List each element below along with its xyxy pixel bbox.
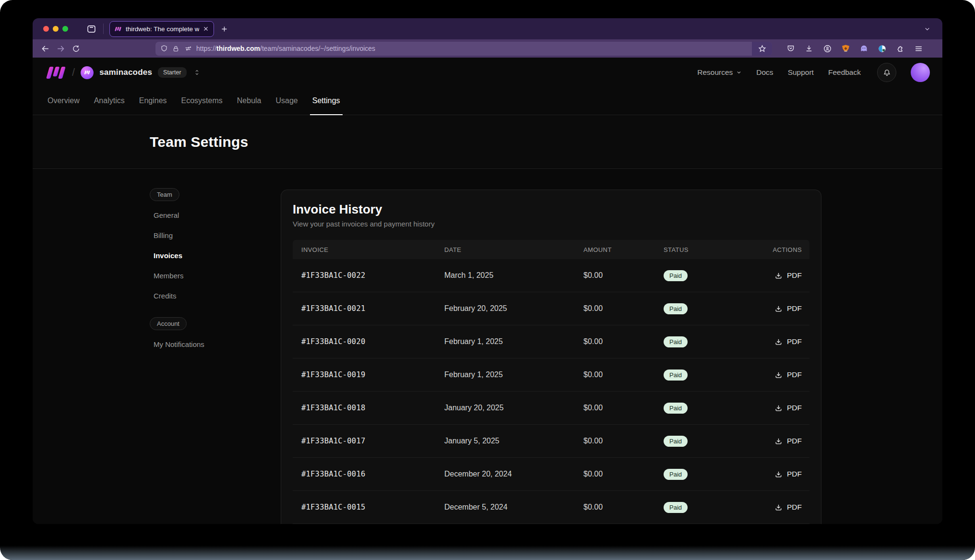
- download-pdf-button[interactable]: PDF: [774, 437, 802, 445]
- download-pdf-button[interactable]: PDF: [774, 470, 802, 478]
- invoice-number: #1F33BA1C-0017: [293, 437, 436, 445]
- dashboard-tab[interactable]: Nebula: [230, 96, 269, 115]
- tab-favicon-thirdweb: [115, 26, 122, 32]
- status-badge: Paid: [664, 369, 688, 381]
- sidebar-item[interactable]: Billing: [150, 225, 281, 245]
- status-badge: Paid: [664, 436, 688, 447]
- invoice-amount: $0.00: [575, 370, 655, 379]
- bell-icon: [883, 69, 891, 77]
- url-bar[interactable]: https://thirdweb.com/team/saminacodes/~/…: [155, 42, 772, 56]
- sidebar-item[interactable]: General: [150, 205, 281, 225]
- screenshot-root: thirdweb: The complete web3 d: [0, 0, 975, 560]
- sidebar-item[interactable]: Members: [150, 265, 281, 286]
- table-row: #1F33BA1C-0016 December 20, 2024 $0.00 P…: [293, 458, 809, 491]
- new-tab-button[interactable]: [221, 25, 228, 33]
- list-all-tabs-icon[interactable]: [924, 25, 931, 33]
- col-amount: AMOUNT: [575, 246, 655, 253]
- permissions-icon[interactable]: [184, 45, 192, 52]
- dashboard-tab[interactable]: Engines: [132, 96, 174, 115]
- reload-icon[interactable]: [68, 41, 83, 56]
- wallet-extension-icon[interactable]: [876, 42, 888, 55]
- firefox-view-icon[interactable]: [86, 24, 96, 34]
- invoice-status-cell: Paid: [655, 502, 740, 513]
- dashboard-tab[interactable]: Settings: [305, 96, 347, 115]
- status-badge: Paid: [664, 336, 688, 347]
- invoice-amount: $0.00: [575, 404, 655, 412]
- invoice-number: #1F33BA1C-0022: [293, 271, 436, 280]
- downloads-icon[interactable]: [803, 42, 815, 55]
- extensions-puzzle-icon[interactable]: [894, 42, 906, 55]
- phantom-icon[interactable]: [857, 42, 870, 55]
- invoice-date: January 5, 2025: [436, 437, 575, 445]
- invoice-status-cell: Paid: [655, 303, 740, 314]
- download-pdf-button[interactable]: PDF: [774, 503, 802, 512]
- thirdweb-dashboard: / saminacodes Starter Resources Do: [33, 58, 942, 524]
- pdf-label: PDF: [787, 503, 802, 512]
- dashboard-tab[interactable]: Ecosystems: [174, 96, 230, 115]
- invoice-amount: $0.00: [575, 337, 655, 346]
- menu-hamburger-icon[interactable]: [912, 42, 925, 55]
- invoice-status-cell: Paid: [655, 436, 740, 447]
- invoice-history-card: Invoice History View your past invoices …: [281, 190, 821, 524]
- sidebar-team-items: General Billing Invoices Members Credits: [150, 205, 281, 306]
- download-pdf-button[interactable]: PDF: [774, 370, 802, 379]
- shield-icon[interactable]: [160, 45, 168, 52]
- metamask-icon[interactable]: [839, 42, 852, 55]
- browser-tab-active[interactable]: thirdweb: The complete web3 d: [109, 21, 214, 37]
- close-window-button[interactable]: [43, 26, 49, 32]
- thirdweb-logo[interactable]: [45, 66, 66, 79]
- team-switcher-icon[interactable]: [193, 69, 201, 76]
- team-avatar[interactable]: [81, 66, 94, 79]
- invoice-amount: $0.00: [575, 304, 655, 313]
- col-invoice: INVOICE: [293, 246, 436, 253]
- tab-close-icon[interactable]: [203, 26, 209, 32]
- invoice-status-cell: Paid: [655, 336, 740, 347]
- status-badge: Paid: [664, 403, 688, 414]
- resources-menu[interactable]: Resources: [697, 68, 742, 77]
- invoice-date: February 20, 2025: [436, 304, 575, 313]
- pocket-icon[interactable]: [785, 42, 797, 55]
- invoice-amount: $0.00: [575, 503, 655, 512]
- download-pdf-button[interactable]: PDF: [774, 337, 802, 346]
- dashboard-tab[interactable]: Analytics: [87, 96, 132, 115]
- forward-icon[interactable]: [53, 41, 68, 56]
- invoice-actions-cell: PDF: [740, 470, 809, 478]
- invoice-actions-cell: PDF: [740, 503, 809, 512]
- user-avatar[interactable]: [911, 63, 930, 82]
- lock-icon[interactable]: [172, 45, 179, 52]
- download-pdf-button[interactable]: PDF: [774, 271, 802, 280]
- sidebar-item[interactable]: Invoices: [150, 245, 281, 265]
- download-icon: [774, 437, 783, 445]
- dashboard-tab[interactable]: Overview: [40, 96, 87, 115]
- status-badge: Paid: [664, 469, 688, 480]
- invoice-number: #1F33BA1C-0015: [293, 503, 436, 512]
- chevron-down-icon: [736, 70, 742, 75]
- notifications-button[interactable]: [877, 63, 896, 82]
- download-icon: [774, 338, 783, 346]
- feedback-link[interactable]: Feedback: [828, 68, 861, 77]
- bookmark-star-icon[interactable]: [752, 42, 772, 56]
- sidebar-item[interactable]: My Notifications: [150, 334, 281, 354]
- download-pdf-button[interactable]: PDF: [774, 404, 802, 412]
- desktop-edge: [0, 546, 975, 560]
- download-pdf-button[interactable]: PDF: [774, 304, 802, 313]
- window-controls: [43, 26, 68, 32]
- settings-sidebar: Team General Billing Invoices Members Cr…: [150, 187, 281, 524]
- docs-link[interactable]: Docs: [756, 68, 773, 77]
- sidebar-item[interactable]: Credits: [150, 286, 281, 306]
- card-title: Invoice History: [293, 202, 809, 217]
- pdf-label: PDF: [787, 404, 802, 412]
- invoice-table-header: INVOICE DATE AMOUNT STATUS ACTIONS: [293, 240, 809, 259]
- zoom-window-button[interactable]: [62, 26, 68, 32]
- invoice-actions-cell: PDF: [740, 437, 809, 445]
- pdf-label: PDF: [787, 437, 802, 445]
- account-icon[interactable]: [821, 42, 833, 55]
- table-row: #1F33BA1C-0015 December 5, 2024 $0.00 Pa…: [293, 491, 809, 524]
- minimize-window-button[interactable]: [53, 26, 59, 32]
- download-icon: [774, 470, 783, 478]
- team-name[interactable]: saminacodes: [99, 68, 152, 77]
- support-link[interactable]: Support: [788, 68, 814, 77]
- toolbar-extensions: [785, 42, 925, 55]
- dashboard-tab[interactable]: Usage: [269, 96, 305, 115]
- back-icon[interactable]: [37, 41, 53, 56]
